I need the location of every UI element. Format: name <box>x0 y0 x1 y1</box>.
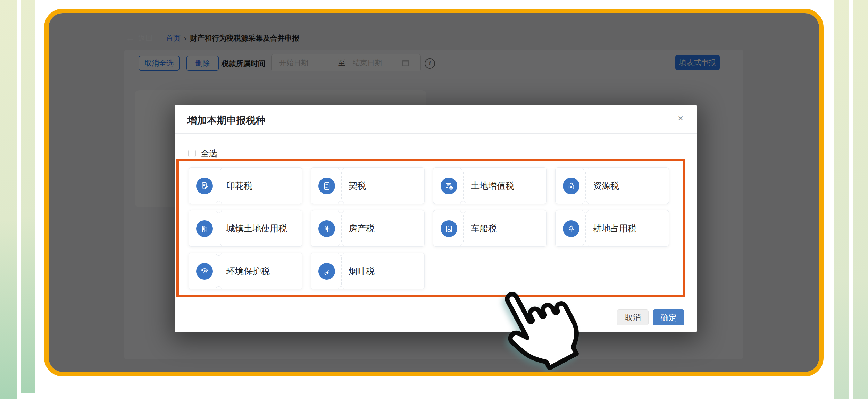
tax-type-card[interactable]: 城镇土地使用税 <box>189 210 302 247</box>
card-dashed-divider <box>341 215 342 242</box>
card-notch <box>582 210 589 213</box>
card-dashed-divider <box>219 172 219 199</box>
screenshot-stage: ← 返回 首页 › 财产和行为税税源采集及合并申报 取消全选 删除 税款所属时间… <box>0 0 868 399</box>
tax-type-label: 资源税 <box>593 180 619 192</box>
tax-type-label: 烟叶税 <box>349 265 375 277</box>
tax-type-label: 环境保护税 <box>226 265 270 277</box>
card-notch <box>338 286 344 289</box>
card-notch <box>338 201 344 204</box>
card-notch <box>216 253 222 256</box>
card-notch <box>582 167 589 170</box>
deed-document-icon <box>318 178 335 194</box>
dialog-footer-divider <box>175 303 697 303</box>
decor-stripe <box>21 0 35 393</box>
tax-type-card[interactable]: 房产税 <box>311 210 425 247</box>
dialog-title: 增加本期申报税种 <box>187 114 265 127</box>
house-building-icon <box>318 220 335 237</box>
decor-stripe <box>0 0 17 399</box>
card-notch <box>460 244 466 247</box>
vehicle-clipboard-icon <box>441 220 457 237</box>
card-notch <box>216 244 222 247</box>
tax-type-card[interactable]: 烟叶税 <box>311 253 425 289</box>
card-dashed-divider <box>463 215 464 242</box>
farmland-tree-icon <box>563 220 579 237</box>
tax-type-label: 耕地占用税 <box>593 223 636 234</box>
confirm-button[interactable]: 确定 <box>653 309 684 325</box>
resource-lock-icon <box>563 178 579 194</box>
card-notch <box>216 201 222 204</box>
card-notch <box>216 286 222 289</box>
tax-type-card[interactable]: 契税 <box>311 167 425 204</box>
card-notch <box>460 210 466 213</box>
card-notch <box>216 210 222 213</box>
environment-leaf-icon <box>196 263 213 280</box>
land-value-coin-icon <box>441 178 457 194</box>
select-all-label[interactable]: 全选 <box>201 148 217 159</box>
tax-type-card[interactable]: 印花税 <box>189 167 302 204</box>
select-all-checkbox[interactable] <box>188 150 196 157</box>
card-notch <box>338 244 344 247</box>
card-dashed-divider <box>219 215 219 242</box>
select-all-row: 全选 <box>188 148 217 159</box>
card-notch <box>582 201 589 204</box>
tax-type-card[interactable]: 资源税 <box>555 167 669 204</box>
tobacco-cigarette-icon <box>318 263 335 280</box>
tax-type-grid: 印花税 契税 土地增值税 资源税 城镇土地使用税 房产税 车船税 <box>189 167 682 289</box>
tax-type-card[interactable]: 车船税 <box>433 210 547 247</box>
close-icon[interactable]: × <box>678 114 683 123</box>
card-notch <box>338 253 344 256</box>
tax-type-label: 车船税 <box>471 223 497 234</box>
add-tax-types-dialog: 增加本期申报税种 × 全选 印花税 契税 土地增值税 资源税 <box>175 105 697 332</box>
tax-type-card[interactable]: 环境保护税 <box>189 253 302 289</box>
card-dashed-divider <box>463 172 464 199</box>
tax-type-label: 印花税 <box>226 180 252 192</box>
stamp-document-icon <box>196 178 213 194</box>
decor-stripe <box>834 0 849 399</box>
card-dashed-divider <box>341 257 342 285</box>
cancel-button[interactable]: 取消 <box>617 309 649 325</box>
cursor-hand-icon <box>482 268 593 376</box>
tax-type-label: 城镇土地使用税 <box>226 223 287 234</box>
tax-type-card[interactable]: 土地增值税 <box>433 167 547 204</box>
decor-stripe <box>853 0 868 399</box>
card-notch <box>216 167 222 170</box>
tax-type-label: 房产税 <box>349 223 375 234</box>
card-dashed-divider <box>341 172 342 199</box>
tax-type-label: 土地增值税 <box>471 180 514 192</box>
card-dashed-divider <box>219 257 219 285</box>
card-notch <box>582 244 589 247</box>
card-notch <box>338 167 344 170</box>
card-notch <box>460 167 466 170</box>
card-notch <box>460 201 466 204</box>
card-dashed-divider <box>585 215 586 242</box>
tax-type-label: 契税 <box>349 180 366 192</box>
urban-buildings-icon <box>196 220 213 237</box>
card-dashed-divider <box>585 172 586 199</box>
tax-type-card[interactable]: 耕地占用税 <box>555 210 669 247</box>
dialog-header: 增加本期申报税种 × <box>175 105 697 134</box>
card-notch <box>338 210 344 213</box>
highlight-frame: ← 返回 首页 › 财产和行为税税源采集及合并申报 取消全选 删除 税款所属时间… <box>44 9 824 376</box>
